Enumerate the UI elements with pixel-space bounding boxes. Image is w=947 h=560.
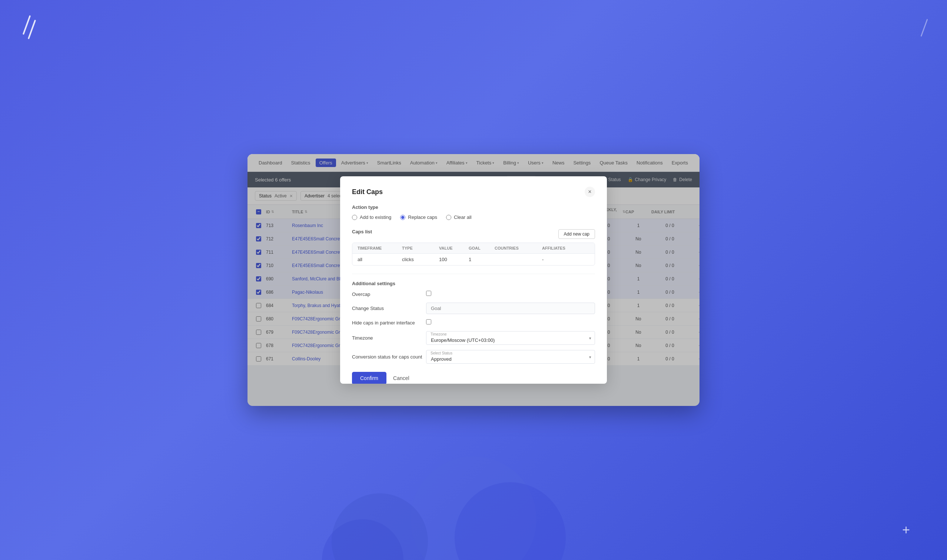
modal-header: Edit Caps × bbox=[352, 187, 595, 197]
timezone-select[interactable]: Europe/Moscow (UTC+03:00) bbox=[426, 331, 595, 345]
plus-icon: + bbox=[902, 522, 910, 538]
radio-replace-caps[interactable]: Replace caps bbox=[400, 214, 437, 220]
modal-title: Edit Caps bbox=[352, 188, 383, 196]
caps-td-goal: 1 bbox=[469, 257, 494, 262]
overcap-checkbox[interactable] bbox=[426, 291, 431, 296]
caps-td-affiliates: - bbox=[542, 257, 590, 262]
change-status-input[interactable] bbox=[426, 303, 595, 314]
modal-overlay: Edit Caps × Action type Add to existing … bbox=[248, 154, 699, 406]
select-status-field-label: Select Status bbox=[431, 351, 453, 355]
conversion-status-label: Conversion status for caps count bbox=[352, 354, 426, 360]
modal-footer: Confirm Cancel bbox=[352, 370, 595, 384]
radio-clear-all[interactable]: Clear all bbox=[446, 214, 472, 220]
caps-list-label: Caps list bbox=[352, 229, 372, 234]
caps-td-timeframe: all bbox=[357, 257, 402, 262]
hide-caps-label: Hide caps in partner interface bbox=[352, 320, 426, 326]
caps-th-goal: Goal bbox=[469, 246, 494, 250]
radio-add-to-existing[interactable]: Add to existing bbox=[352, 214, 391, 220]
action-type-radio-group: Add to existing Replace caps Clear all bbox=[352, 214, 595, 220]
caps-td-value: 100 bbox=[439, 257, 469, 262]
edit-caps-modal: Edit Caps × Action type Add to existing … bbox=[340, 176, 607, 384]
caps-th-affiliates: Affiliates bbox=[542, 246, 590, 250]
caps-list-header: Caps list Add new cap bbox=[352, 229, 595, 239]
cancel-button[interactable]: Cancel bbox=[392, 372, 411, 384]
overcap-setting: Overcap bbox=[352, 291, 595, 297]
main-container: Dashboard Statistics Offers Advertisers … bbox=[248, 154, 699, 406]
caps-th-countries: Countries bbox=[494, 246, 542, 250]
additional-settings-label: Additional settings bbox=[352, 281, 595, 286]
hide-caps-setting: Hide caps in partner interface bbox=[352, 319, 595, 326]
caps-table-header: Timeframe Type Value Goal Countries Affi… bbox=[353, 243, 594, 254]
modal-close-button[interactable]: × bbox=[585, 187, 595, 197]
deco-circle-1 bbox=[454, 482, 566, 560]
change-status-label: Change Status bbox=[352, 306, 426, 311]
caps-td-type: clicks bbox=[402, 257, 439, 262]
change-status-setting: Change Status bbox=[352, 303, 595, 314]
confirm-button[interactable]: Confirm bbox=[352, 372, 386, 384]
conversion-status-setting: Conversion status for caps count Select … bbox=[352, 350, 595, 364]
deco-circle-2 bbox=[322, 519, 403, 560]
timezone-field-label: Timezone bbox=[431, 332, 447, 336]
hide-caps-checkbox[interactable] bbox=[426, 319, 431, 325]
caps-th-type: Type bbox=[402, 246, 439, 250]
overcap-label: Overcap bbox=[352, 291, 426, 297]
timezone-label: Timezone bbox=[352, 335, 426, 341]
caps-th-value: Value bbox=[439, 246, 469, 250]
timezone-setting: Timezone Timezone Europe/Moscow (UTC+03:… bbox=[352, 331, 595, 345]
caps-table: Timeframe Type Value Goal Countries Affi… bbox=[352, 243, 595, 266]
caps-th-timeframe: Timeframe bbox=[357, 246, 402, 250]
logo bbox=[22, 15, 45, 45]
caps-table-row: all clicks 100 1 - bbox=[353, 254, 594, 265]
action-type-label: Action type bbox=[352, 205, 595, 210]
deco-slash bbox=[921, 19, 928, 37]
additional-settings: Additional settings Overcap Change Statu… bbox=[352, 274, 595, 364]
add-new-cap-button[interactable]: Add new cap bbox=[558, 229, 595, 239]
